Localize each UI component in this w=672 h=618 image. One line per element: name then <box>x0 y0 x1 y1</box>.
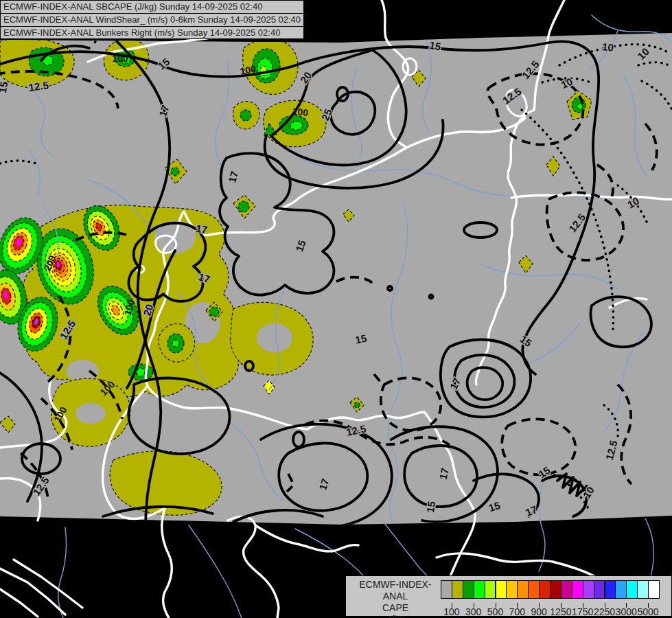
legend-color-cell <box>583 580 594 599</box>
legend-color-cell <box>539 580 551 599</box>
contour-label-100: 100 <box>292 106 309 118</box>
legend-parameter: CAPE <box>351 602 439 614</box>
title-line-windshear: ECMWF-INDEX-ANAL WindShear_ (m/s) 0-6km … <box>0 13 304 26</box>
legend-color-cell <box>561 580 572 599</box>
legend-text: ECMWF-INDEX-ANAL CAPE J/kg <box>351 579 439 618</box>
legend-tick-label: 5000 <box>631 606 665 617</box>
legend-color-cell <box>648 580 660 599</box>
contour-label-15: 15 <box>424 501 437 514</box>
contour-label-15: 15 <box>428 39 441 53</box>
title-block: ECMWF-INDEX-ANAL SBCAPE (J/kg) Sunday 14… <box>0 0 304 39</box>
legend-units: J/kg <box>351 614 439 618</box>
legend-color-cell <box>485 580 496 599</box>
legend-color-cell <box>572 580 583 599</box>
legend-color-cell <box>517 580 529 599</box>
cape-legend: ECMWF-INDEX-ANAL CAPE J/kg 1003005007009… <box>345 575 672 617</box>
legend-color-cell <box>496 580 507 599</box>
legend-color-cell <box>637 580 649 599</box>
contour-label-17: 17 <box>437 467 451 481</box>
title-line-bunkers: ECMWF-INDEX-ANAL Bunkers Right (m/s) Sun… <box>0 26 304 39</box>
contour-label-15: 15 <box>354 332 368 346</box>
legend-color-cell <box>550 580 561 599</box>
weather-map-screen: 1512.5151710010010020251510101012.512.51… <box>0 0 672 618</box>
legend-color-cell <box>474 580 485 599</box>
legend-color-cell <box>615 580 627 599</box>
legend-color-cell <box>626 580 638 599</box>
legend-color-cell <box>594 580 605 599</box>
title-line-sbcape: ECMWF-INDEX-ANAL SBCAPE (J/kg) Sunday 14… <box>0 0 304 13</box>
legend-color-cell <box>463 580 474 599</box>
legend-color-cell <box>528 580 540 599</box>
contour-label-10: 10 <box>601 41 614 53</box>
legend-color-cell <box>605 580 616 599</box>
legend-color-cell <box>506 580 518 599</box>
legend-color-cell <box>452 580 463 599</box>
contour-label-17: 17 <box>195 222 208 236</box>
legend-model-name: ECMWF-INDEX-ANAL <box>351 579 439 602</box>
contour-label-100: 100 <box>112 53 128 64</box>
weather-map: 1512.5151710010010020251510101012.512.51… <box>0 0 672 618</box>
legend-color-cell <box>441 580 452 599</box>
